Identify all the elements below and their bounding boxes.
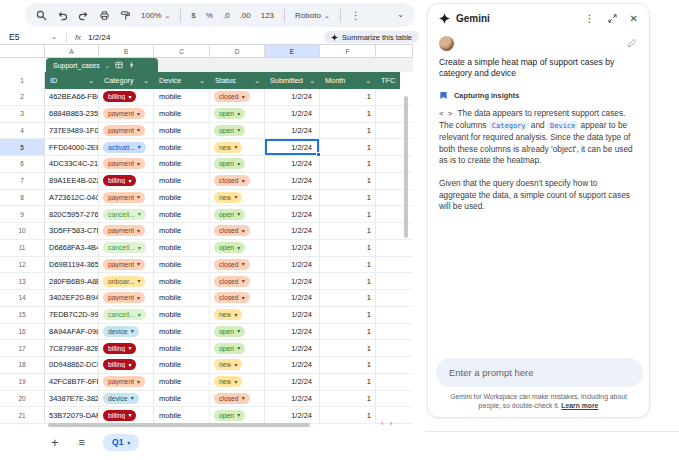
cell-tfc[interactable] [376,357,413,373]
cell-submitted[interactable]: 1/2/24 [265,357,320,373]
row-header-10[interactable]: 10 [0,223,45,239]
row-header-20[interactable]: 20 [0,391,45,407]
cell-month[interactable]: 1 [320,173,376,189]
learn-more-link[interactable]: Learn more [561,402,598,409]
cell-month[interactable]: 1 [320,290,376,306]
collapse-toolbar-icon[interactable]: ⌄ [397,11,404,19]
status-chip[interactable]: closed▾ [214,393,250,404]
row-header-5[interactable]: 5 [0,139,45,155]
cell-category[interactable]: device▾ [99,391,154,407]
category-chip[interactable]: payment▾ [103,292,145,303]
cell-device[interactable]: mobile [154,273,210,289]
prompt-input[interactable] [436,358,643,387]
category-chip[interactable]: cancell...▾ [103,209,146,220]
status-chip[interactable]: new▾ [214,376,242,387]
cell-status[interactable]: closed▾ [210,223,265,239]
cell-id[interactable]: 89A1EE4B-0221 [45,173,99,189]
cell-submitted[interactable]: 1/2/24 [265,240,320,256]
cell-tfc[interactable] [376,374,413,390]
decrease-decimal-button[interactable]: .0 [223,11,230,20]
cell-category[interactable]: cancell...▾ [99,240,154,256]
formula-input[interactable]: 1/2/24 [88,33,110,42]
cell-category[interactable]: billing▾ [99,407,154,423]
cell-device[interactable]: mobile [154,173,210,189]
status-chip[interactable]: closed▾ [214,292,250,303]
cell-id[interactable]: 53B72079-DAF4 [45,407,99,423]
table-header-device[interactable]: Device⌄ [154,72,210,89]
cell-month[interactable]: 1 [320,190,376,206]
name-box[interactable]: E5 [9,32,51,42]
category-chip[interactable]: payment▾ [103,259,145,270]
status-chip[interactable]: new▾ [214,142,242,153]
cell-id[interactable]: FFD04000-2EE0 [45,139,99,155]
table-header-submitted[interactable]: Submitted⌄ [265,72,320,89]
row-header-2[interactable]: 2 [0,89,45,105]
cell-submitted[interactable]: 1/2/24 [265,89,320,105]
cell-status[interactable]: new▾ [210,307,265,323]
cell-submitted[interactable]: 1/2/24 [265,324,320,340]
cell-month[interactable]: 1 [320,123,376,139]
column-header-E[interactable]: E [265,45,320,57]
cell-submitted[interactable]: 1/2/24 [265,173,320,189]
cell-month[interactable]: 1 [320,357,376,373]
summarize-table-button[interactable]: Summarize this table [324,31,419,43]
category-chip[interactable]: billing▾ [103,359,136,370]
chevron-down-icon[interactable]: ⌄ [51,33,57,41]
status-chip[interactable]: open▾ [214,108,245,119]
add-sheet-button[interactable]: + [51,436,59,449]
row-header-21[interactable]: 21 [0,407,45,423]
scroll-right-icon[interactable]: › [390,419,393,428]
cell-id[interactable]: A723612C-04C0 [45,190,99,206]
category-chip[interactable]: billing▾ [103,343,136,354]
status-chip[interactable]: open▾ [214,125,245,136]
cell-submitted[interactable]: 1/2/24 [265,190,320,206]
cell-tfc[interactable] [376,257,413,273]
cell-status[interactable]: closed▾ [210,290,265,306]
cell-submitted[interactable]: 1/2/24 [265,307,320,323]
column-header-F[interactable]: F [320,45,376,57]
row-header-16[interactable]: 16 [0,324,45,340]
cell-status[interactable]: new▾ [210,374,265,390]
redo-icon[interactable] [78,10,89,21]
cell-category[interactable]: payment▾ [99,257,154,273]
cell-device[interactable]: mobile [154,89,210,105]
cell-category[interactable]: billing▾ [99,340,154,356]
cell-id[interactable]: 0D948862-DCE2 [45,357,99,373]
category-chip[interactable]: payment▾ [103,376,145,387]
cell-status[interactable]: open▾ [210,156,265,172]
cell-submitted[interactable]: 1/2/24 [265,106,320,122]
status-chip[interactable]: open▾ [214,410,245,421]
cell-tfc[interactable] [376,340,413,356]
edit-prompt-icon[interactable] [627,34,637,52]
table-header-id[interactable]: ID⌄ [45,72,99,89]
cell-category[interactable]: payment▾ [99,190,154,206]
row-header-6[interactable]: 6 [0,156,45,172]
cell-month[interactable]: 1 [320,257,376,273]
category-chip[interactable]: cancell...▾ [103,309,146,320]
cell-category[interactable]: payment▾ [99,290,154,306]
cell-id[interactable]: 3D5FF583-C7DF [45,223,99,239]
cell-status[interactable]: closed▾ [210,89,265,105]
cell-device[interactable]: mobile [154,156,210,172]
table-header-category[interactable]: Category⌄ [99,72,154,89]
cell-tfc[interactable] [376,273,413,289]
cell-id[interactable]: 7C87998F-82B2 [45,340,99,356]
scroll-left-icon[interactable]: ‹ [381,419,384,428]
cell-device[interactable]: mobile [154,340,210,356]
zoom-select[interactable]: 100% ⌄ [141,11,170,20]
cell-status[interactable]: open▾ [210,407,265,423]
row-header-12[interactable]: 12 [0,257,45,273]
cell-device[interactable]: mobile [154,307,210,323]
cell-device[interactable]: mobile [154,123,210,139]
category-chip[interactable]: billing▾ [103,175,136,186]
status-chip[interactable]: closed▾ [214,259,250,270]
cell-device[interactable]: mobile [154,190,210,206]
cell-month[interactable]: 1 [320,156,376,172]
print-icon[interactable] [99,10,110,21]
cell-device[interactable]: mobile [154,139,210,155]
horizontal-scrollbar[interactable] [48,423,310,427]
row-header-11[interactable]: 11 [0,240,45,256]
percent-format-button[interactable]: % [206,11,213,20]
row-header-4[interactable]: 4 [0,123,45,139]
cell-id[interactable]: 42FC8B7F-6FBF [45,374,99,390]
